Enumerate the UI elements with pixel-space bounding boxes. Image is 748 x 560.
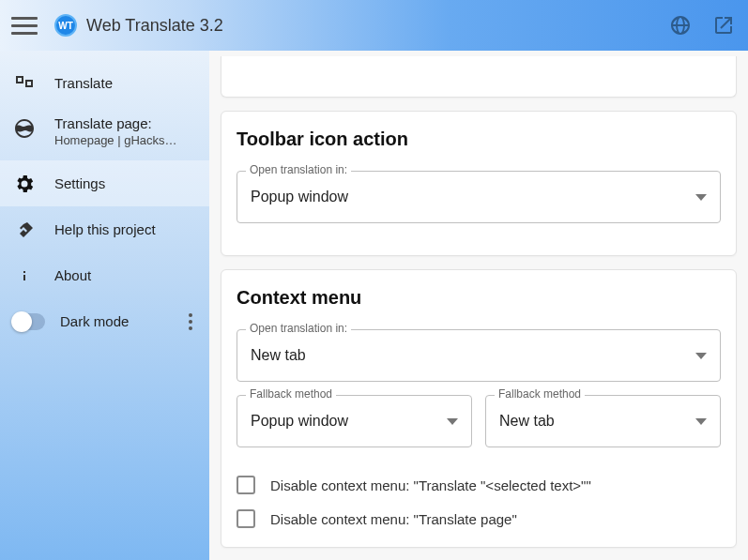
card-context-menu: Context menu Open translation in: New ta… bbox=[221, 269, 737, 548]
sidebar-item-help[interactable]: Help this project bbox=[0, 206, 209, 252]
header-bar: WT Web Translate 3.2 bbox=[0, 0, 748, 51]
toolbar-open-in-select[interactable]: Popup window bbox=[237, 171, 721, 223]
sidebar-item-translate-page[interactable]: Translate page: Homepage | gHacks… bbox=[0, 106, 209, 160]
translate-icon bbox=[11, 70, 38, 97]
sidebar-item-sub: Homepage | gHacks… bbox=[54, 133, 177, 147]
menu-hamburger-icon[interactable] bbox=[11, 12, 38, 38]
app-title: Web Translate 3.2 bbox=[86, 16, 223, 36]
dark-mode-toggle[interactable] bbox=[11, 313, 45, 330]
disable-context-page-checkbox[interactable]: Disable context menu: "Translate page" bbox=[237, 509, 721, 528]
info-icon bbox=[11, 263, 38, 289]
section-title: Context menu bbox=[237, 287, 721, 309]
section-title: Toolbar icon action bbox=[237, 129, 721, 150]
select-value: Popup window bbox=[251, 189, 348, 205]
sidebar: Translate Translate page: Homepage | gHa… bbox=[0, 51, 209, 560]
checkbox-icon bbox=[237, 509, 255, 528]
select-value: Popup window bbox=[251, 413, 348, 430]
sidebar-item-label: Dark mode bbox=[60, 313, 129, 329]
sidebar-item-label: Translate page: bbox=[54, 115, 177, 131]
checkbox-label: Disable context menu: "Translate page" bbox=[270, 511, 517, 527]
chevron-down-icon bbox=[447, 418, 458, 425]
sidebar-item-label: Settings bbox=[54, 175, 105, 191]
field-legend: Fallback method bbox=[246, 387, 336, 401]
sidebar-item-label: About bbox=[54, 267, 91, 283]
context-open-in-select[interactable]: New tab bbox=[237, 329, 721, 382]
gear-icon bbox=[11, 171, 38, 197]
sidebar-item-translate[interactable]: Translate bbox=[0, 60, 209, 106]
globe-small-icon bbox=[11, 115, 38, 142]
select-value: New tab bbox=[251, 347, 306, 364]
sidebar-item-settings[interactable]: Settings bbox=[0, 160, 209, 206]
more-options-icon[interactable] bbox=[179, 310, 202, 333]
chevron-down-icon bbox=[695, 418, 707, 425]
chevron-down-icon bbox=[695, 353, 707, 359]
field-legend: Open translation in: bbox=[246, 322, 351, 335]
settings-content[interactable]: Toolbar icon action Open translation in:… bbox=[209, 51, 748, 560]
select-value: New tab bbox=[499, 413, 555, 430]
sidebar-item-about[interactable]: About bbox=[0, 252, 209, 298]
context-fallback-1-select[interactable]: Popup window bbox=[237, 395, 472, 447]
card-toolbar-action: Toolbar icon action Open translation in:… bbox=[221, 111, 737, 256]
sidebar-item-dark-mode[interactable]: Dark mode bbox=[0, 298, 209, 344]
open-external-icon[interactable] bbox=[710, 12, 737, 38]
field-legend: Fallback method bbox=[495, 387, 585, 401]
context-fallback-2-select[interactable]: New tab bbox=[485, 395, 721, 447]
disable-context-selected-checkbox[interactable]: Disable context menu: "Translate "<selec… bbox=[237, 476, 721, 494]
sidebar-item-label: Help this project bbox=[54, 221, 156, 237]
handshake-icon bbox=[11, 217, 38, 243]
field-legend: Open translation in: bbox=[246, 163, 351, 176]
checkbox-icon bbox=[237, 476, 255, 494]
checkbox-label: Disable context menu: "Translate "<selec… bbox=[270, 477, 591, 493]
app-logo-icon: WT bbox=[54, 14, 77, 37]
globe-icon[interactable] bbox=[667, 12, 694, 38]
card-partial-top bbox=[221, 56, 737, 98]
sidebar-item-label: Translate bbox=[54, 75, 113, 91]
chevron-down-icon bbox=[695, 194, 707, 201]
